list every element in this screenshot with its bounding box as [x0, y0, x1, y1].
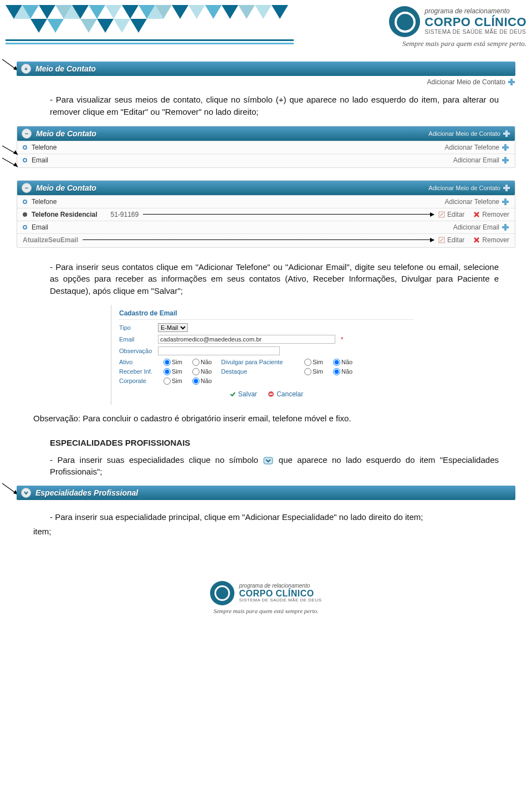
add-email-link[interactable]: Adicionar Email [453, 223, 509, 231]
svg-rect-42 [502, 201, 509, 203]
delete-icon [473, 211, 480, 218]
divpac-nao-radio[interactable] [333, 359, 340, 366]
contact-entry-email: AtualizeSeuEmail Editar Remover [17, 233, 515, 246]
row-label: Email [32, 156, 48, 164]
add-contato-link[interactable]: Adicionar Meio de Contato [428, 185, 500, 191]
logo-icon [389, 6, 420, 37]
remove-link[interactable]: Remover [473, 211, 509, 218]
corp-sim-radio[interactable] [163, 378, 171, 385]
svg-marker-23 [238, 5, 255, 19]
edit-link[interactable]: Editar [438, 211, 464, 218]
plus-icon[interactable] [508, 78, 515, 86]
svg-rect-38 [502, 159, 509, 161]
add-contato-link[interactable]: Adicionar Meio de Contato [427, 78, 505, 86]
svg-marker-13 [97, 19, 114, 33]
corp-nao-radio[interactable] [192, 378, 200, 385]
section-bar-meio-contato-1: + Meio de Contato [17, 62, 515, 76]
svg-rect-32 [503, 132, 510, 135]
specialties-paragraph-1: - Para inserir suas especialidades cliqu… [50, 454, 499, 478]
bullet-icon [23, 200, 27, 204]
contact-row-email: Email Adicionar Email [17, 154, 515, 166]
instruction-paragraph-1: - Para visualizar seus meios de contato,… [50, 94, 499, 118]
tipo-select[interactable]: E-Mail [158, 323, 188, 332]
options-grid: Ativo Sim Não Divulgar para Paciente Sim… [119, 359, 413, 385]
required-star: * [341, 336, 343, 343]
bullet-icon [23, 212, 27, 217]
form-title: Cadastro de Email [119, 309, 413, 320]
collapse-toggle-icon[interactable]: − [22, 183, 32, 193]
dest-label: Destaque [221, 368, 304, 375]
section-title: Meio de Contato [35, 64, 96, 73]
email-label: Email [119, 336, 155, 343]
svg-marker-14 [114, 19, 130, 33]
cancel-icon [268, 391, 274, 397]
delete-icon [473, 237, 480, 243]
save-button[interactable]: Salvar [229, 390, 257, 398]
logo-program-text: programa de relacionamento [424, 8, 526, 15]
contact-row-email: Email Adicionar Email [17, 221, 515, 233]
svg-marker-17 [130, 19, 147, 33]
svg-marker-21 [205, 5, 222, 19]
add-telefone-link[interactable]: Adicionar Telefone [444, 198, 509, 206]
plus-icon [502, 156, 509, 164]
svg-rect-45 [502, 226, 509, 228]
plus-icon [502, 223, 509, 231]
check-icon [229, 391, 236, 397]
svg-marker-18 [172, 5, 188, 19]
remove-link[interactable]: Remover [473, 236, 509, 244]
obs-label: Observação [119, 348, 155, 354]
svg-marker-12 [122, 5, 139, 19]
svg-rect-27 [6, 43, 294, 44]
add-email-link[interactable]: Adicionar Email [453, 156, 509, 164]
section-title: Meio de Contato [36, 183, 96, 192]
annotation-arrow-long [143, 214, 434, 215]
plus-icon [502, 198, 509, 206]
contact-panel-2: − Meio de Contato Adicionar Meio de Cont… [17, 126, 515, 168]
expand-down-icon [263, 456, 274, 465]
bullet-icon [23, 145, 27, 150]
edit-link[interactable]: Editar [438, 236, 464, 244]
ativo-nao-radio[interactable] [192, 359, 200, 366]
ativo-label: Ativo [119, 359, 163, 365]
logo-system-text: SISTEMA DE SAÚDE MÃE DE DEUS [424, 29, 526, 35]
footer-tagline: Sempre mais para quem está sempre perto. [0, 608, 532, 614]
row-label: Email [32, 223, 48, 231]
section-bar-meio-contato-2: − Meio de Contato Adicionar Meio de Cont… [17, 126, 515, 141]
obs-input[interactable] [158, 346, 280, 355]
expand-toggle-icon[interactable] [21, 488, 31, 498]
observation-text: Observação: Para concluir o cadastro é o… [33, 412, 499, 425]
footer-brand-text: CORPO CLÍNICO [239, 589, 321, 599]
svg-marker-6 [47, 19, 64, 33]
specialties-heading: ESPECIALIDADES PROFISSIONAIS [50, 438, 499, 447]
dest-nao-radio[interactable] [333, 368, 340, 375]
contact-row-telefone: Telefone Adicionar Telefone [17, 195, 515, 208]
svg-rect-30 [508, 81, 515, 83]
cancel-button[interactable]: Cancelar [268, 390, 303, 398]
bullet-icon [23, 158, 27, 162]
recinf-label: Receber Inf. [119, 368, 163, 375]
plus-icon[interactable] [503, 130, 510, 137]
row-label: Telefone [32, 198, 57, 206]
ativo-sim-radio[interactable] [163, 359, 171, 366]
spec-text-before: - Para inserir suas especialidades cliqu… [50, 455, 263, 465]
contact-panel-3: − Meio de Contato Adicionar Meio de Cont… [17, 180, 515, 248]
brand-logo: programa de relacionamento CORPO CLÍNICO… [389, 6, 526, 48]
divpac-sim-radio[interactable] [304, 359, 311, 366]
svg-rect-48 [264, 457, 273, 464]
add-contato-link[interactable]: Adicionar Meio de Contato [428, 130, 500, 137]
recinf-sim-radio[interactable] [163, 368, 171, 375]
plus-icon[interactable] [503, 184, 510, 192]
tipo-label: Tipo [119, 324, 155, 331]
header-banner: programa de relacionamento CORPO CLÍNICO… [0, 0, 532, 53]
contact-entry-tel-res: Telefone Residencial 51-91169 Editar Rem… [17, 208, 515, 221]
svg-marker-9 [89, 5, 105, 19]
collapse-toggle-icon[interactable]: − [22, 129, 32, 139]
svg-rect-26 [6, 39, 294, 41]
footer-system-text: SISTEMA DE SAÚDE MÃE DE DEUS [239, 598, 321, 603]
recinf-nao-radio[interactable] [192, 368, 200, 375]
add-telefone-link[interactable]: Adicionar Telefone [444, 144, 509, 151]
expand-toggle-icon[interactable]: + [21, 64, 31, 74]
contact-row-telefone: Telefone Adicionar Telefone [17, 141, 515, 154]
email-input[interactable] [158, 335, 335, 344]
dest-sim-radio[interactable] [304, 368, 311, 375]
